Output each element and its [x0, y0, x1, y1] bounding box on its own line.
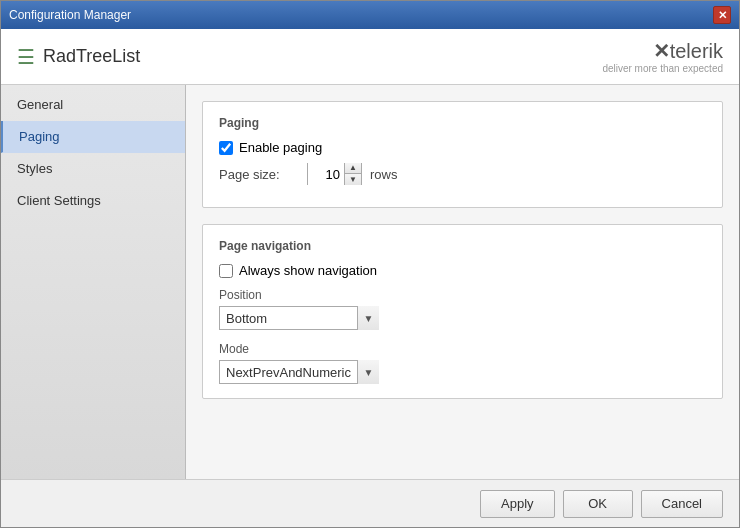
page-navigation-section: Page navigation Always show navigation P… [202, 224, 723, 399]
always-show-nav-row: Always show navigation [219, 263, 706, 278]
cancel-button[interactable]: Cancel [641, 490, 723, 518]
page-size-label: Page size: [219, 167, 299, 182]
sidebar-item-general[interactable]: General [1, 89, 185, 121]
mode-field: Mode NextPrevAndNumeric NextPrev Numeric… [219, 342, 706, 384]
sidebar: General Paging Styles Client Settings [1, 85, 186, 479]
rows-label: rows [370, 167, 397, 182]
always-show-nav-label[interactable]: Always show navigation [239, 263, 377, 278]
page-size-row: Page size: ▲ ▼ rows [219, 163, 706, 185]
paging-section: Paging Enable paging Page size: ▲ ▼ [202, 101, 723, 208]
page-size-input-wrapper: ▲ ▼ [307, 163, 362, 185]
footer: Apply OK Cancel [1, 479, 739, 527]
sidebar-item-client-settings[interactable]: Client Settings [1, 185, 185, 217]
spin-down-button[interactable]: ▼ [345, 174, 361, 185]
position-label: Position [219, 288, 706, 302]
mode-label: Mode [219, 342, 706, 356]
sidebar-item-paging[interactable]: Paging [1, 121, 185, 153]
telerik-logo: ✕telerik deliver more than expected [602, 39, 723, 74]
position-select[interactable]: Bottom Top TopAndBottom [219, 306, 379, 330]
page-size-spin-buttons: ▲ ▼ [344, 163, 361, 185]
main-panel: Paging Enable paging Page size: ▲ ▼ [186, 85, 739, 479]
position-field: Position Bottom Top TopAndBottom ▼ [219, 288, 706, 330]
paging-section-title: Paging [219, 116, 706, 130]
sidebar-item-styles[interactable]: Styles [1, 153, 185, 185]
title-bar: Configuration Manager ✕ [1, 1, 739, 29]
configuration-manager-window: Configuration Manager ✕ ☰ RadTreeList ✕t… [0, 0, 740, 528]
spin-up-button[interactable]: ▲ [345, 163, 361, 174]
enable-paging-wrapper: Enable paging [219, 140, 322, 155]
always-show-nav-wrapper: Always show navigation [219, 263, 377, 278]
telerik-tagline: deliver more than expected [602, 63, 723, 74]
telerik-brand-name: ✕telerik [602, 39, 723, 63]
close-button[interactable]: ✕ [713, 6, 731, 24]
mode-select[interactable]: NextPrevAndNumeric NextPrev Numeric Adva… [219, 360, 379, 384]
header-title: ☰ RadTreeList [17, 45, 140, 69]
component-title: RadTreeList [43, 46, 140, 67]
header: ☰ RadTreeList ✕telerik deliver more than… [1, 29, 739, 85]
telerik-cross-icon: ✕ [653, 40, 670, 62]
always-show-nav-checkbox[interactable] [219, 264, 233, 278]
enable-paging-label[interactable]: Enable paging [239, 140, 322, 155]
component-icon: ☰ [17, 45, 35, 69]
enable-paging-row: Enable paging [219, 140, 706, 155]
page-navigation-section-title: Page navigation [219, 239, 706, 253]
content-area: General Paging Styles Client Settings Pa… [1, 85, 739, 479]
ok-button[interactable]: OK [563, 490, 633, 518]
apply-button[interactable]: Apply [480, 490, 555, 518]
page-size-input[interactable] [308, 163, 344, 185]
mode-select-wrapper: NextPrevAndNumeric NextPrev Numeric Adva… [219, 360, 379, 384]
position-select-wrapper: Bottom Top TopAndBottom ▼ [219, 306, 379, 330]
enable-paging-checkbox[interactable] [219, 141, 233, 155]
title-bar-text: Configuration Manager [9, 8, 131, 22]
